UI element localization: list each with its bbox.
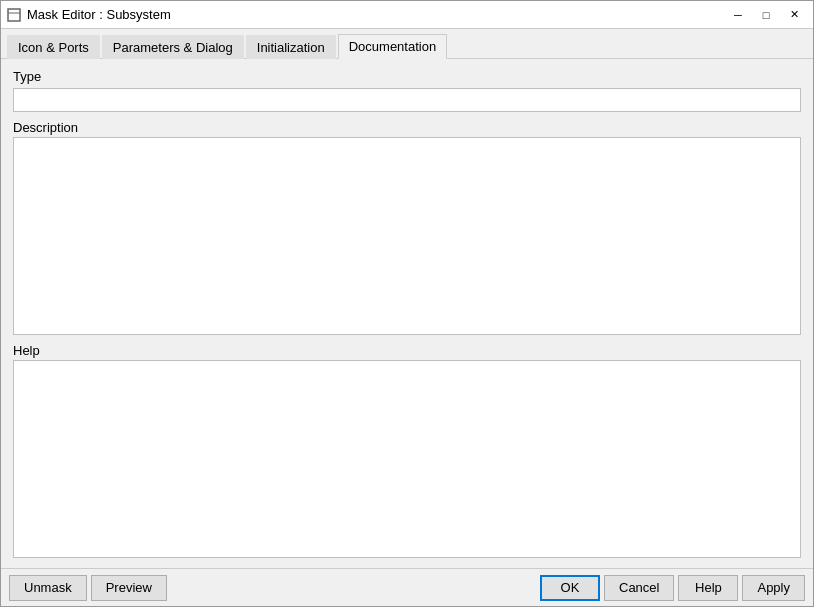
type-field-group: Type	[13, 69, 801, 112]
bottom-right-buttons: OK Cancel Help Apply	[540, 575, 805, 601]
svg-rect-0	[8, 9, 20, 21]
help-textarea[interactable]	[13, 360, 801, 558]
main-content: Type Description Help	[1, 59, 813, 568]
tab-bar: Icon & Ports Parameters & Dialog Initial…	[1, 29, 813, 59]
help-field-group: Help	[13, 343, 801, 558]
tab-parameters-dialog[interactable]: Parameters & Dialog	[102, 35, 244, 59]
apply-button[interactable]: Apply	[742, 575, 805, 601]
help-button[interactable]: Help	[678, 575, 738, 601]
unmask-button[interactable]: Unmask	[9, 575, 87, 601]
maximize-button[interactable]: □	[753, 5, 779, 25]
minimize-button[interactable]: ─	[725, 5, 751, 25]
type-label: Type	[13, 69, 801, 84]
cancel-button[interactable]: Cancel	[604, 575, 674, 601]
bottom-left-buttons: Unmask Preview	[9, 575, 167, 601]
tab-icon-ports[interactable]: Icon & Ports	[7, 35, 100, 59]
help-label: Help	[13, 343, 801, 358]
description-textarea[interactable]	[13, 137, 801, 335]
tab-initialization[interactable]: Initialization	[246, 35, 336, 59]
preview-button[interactable]: Preview	[91, 575, 167, 601]
ok-button[interactable]: OK	[540, 575, 600, 601]
title-bar-left: Mask Editor : Subsystem	[7, 7, 171, 22]
bottom-bar: Unmask Preview OK Cancel Help Apply	[1, 568, 813, 606]
description-field-group: Description	[13, 120, 801, 335]
app-icon	[7, 8, 21, 22]
tab-documentation[interactable]: Documentation	[338, 34, 447, 59]
main-window: Mask Editor : Subsystem ─ □ ✕ Icon & Por…	[0, 0, 814, 607]
window-title: Mask Editor : Subsystem	[27, 7, 171, 22]
type-input[interactable]	[13, 88, 801, 112]
close-button[interactable]: ✕	[781, 5, 807, 25]
description-label: Description	[13, 120, 801, 135]
title-bar: Mask Editor : Subsystem ─ □ ✕	[1, 1, 813, 29]
title-bar-controls: ─ □ ✕	[725, 5, 807, 25]
